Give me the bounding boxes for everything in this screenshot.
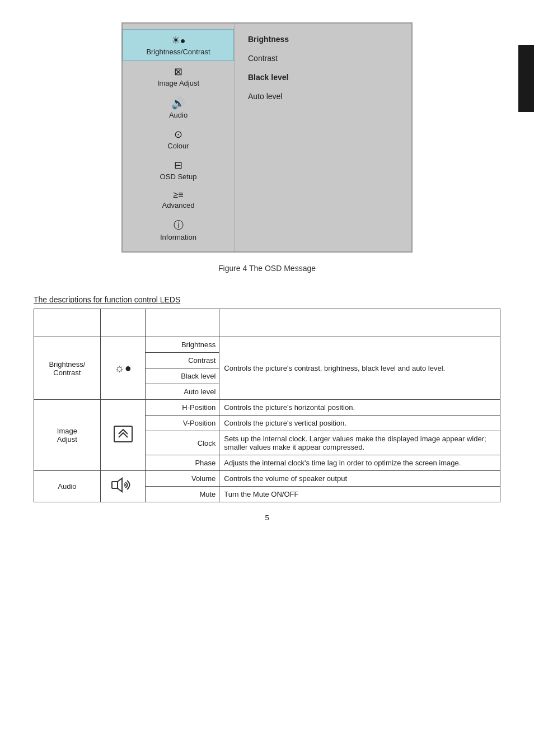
osd-option-contrast: Contrast [248,54,398,63]
table-row-hposition: ImageAdjust H-Position Controls the pict… [34,400,500,416]
image-adjust-icon: ⊠ [174,66,182,78]
image-adjust-table-icon [100,400,146,471]
header-col-3 [146,309,219,337]
group-label-brightness-contrast: Brightness/Contrast [34,337,101,400]
audio-icon: 🔊 [171,96,185,110]
osd-item-image-adjust[interactable]: ⊠ Image Adjust [123,61,234,92]
osd-diagram: ☀● Brightness/Contrast ⊠ Image Adjust 🔊 … [34,22,500,253]
osd-option-black-level: Black level [248,73,398,82]
header-col-2 [100,309,146,337]
desc-hposition: Controls the picture's horizontal positi… [219,400,500,416]
desc-phase: Adjusts the internal clock's time lag in… [219,455,500,471]
header-col-1 [34,309,101,337]
feature-clock: Clock [146,431,219,455]
desc-clock: Sets up the internal clock. Larger value… [219,431,500,455]
svg-marker-2 [118,478,122,492]
osd-option-auto-level: Auto level [248,92,398,101]
right-tab [518,45,534,112]
figure-caption: Figure 4 The OSD Message [34,264,500,273]
osd-setup-icon: ⊟ [174,159,182,171]
osd-item-audio-label: Audio [169,111,188,119]
brightness-contrast-table-icon: ☼● [100,337,146,400]
osd-item-osd-setup[interactable]: ⊟ OSD Setup [123,155,234,185]
group-label-image-adjust: ImageAdjust [34,400,101,471]
desc-vposition: Controls the picture's vertical position… [219,416,500,431]
brightness-contrast-icon: ☀● [171,34,186,46]
osd-item-advanced[interactable]: ≥≡ Advanced [123,185,234,214]
osd-item-brightness-contrast-label: Brightness/Contrast [146,48,210,56]
osd-menu-container: ☀● Brightness/Contrast ⊠ Image Adjust 🔊 … [121,22,413,253]
feature-volume: Volume [146,471,219,487]
osd-item-osd-setup-label: OSD Setup [160,172,197,181]
desc-volume: Controls the volume of speaker output [219,471,500,487]
feature-auto-level: Auto level [146,384,219,400]
desc-mute: Turn the Mute ON/OFF [219,487,500,502]
osd-item-image-adjust-label: Image Adjust [157,79,199,87]
colour-icon: ⊙ [174,128,182,141]
feature-mute: Mute [146,487,219,502]
function-table: Brightness/Contrast ☼● Brightness Contro… [34,309,500,502]
feature-black-level: Black level [146,368,219,384]
feature-hposition: H-Position [146,400,219,416]
group-label-audio: Audio [34,471,101,502]
osd-item-brightness-contrast[interactable]: ☀● Brightness/Contrast [123,29,234,61]
desc-brightness-contrast: Controls the picture's contrast, brightn… [219,337,500,400]
table-row-volume: Audio Volume Controls the volume of spea… [34,471,500,487]
header-col-4 [219,309,500,337]
osd-item-colour[interactable]: ⊙ Colour [123,124,234,155]
osd-item-advanced-label: Advanced [162,201,195,209]
feature-phase: Phase [146,455,219,471]
page-number: 5 [34,514,500,522]
osd-item-colour-label: Colour [167,142,189,150]
osd-item-audio[interactable]: 🔊 Audio [123,92,234,124]
osd-option-brightness: Brightness [248,35,398,44]
advanced-icon: ≥≡ [173,190,183,200]
osd-left-panel: ☀● Brightness/Contrast ⊠ Image Adjust 🔊 … [123,24,235,251]
svg-rect-1 [112,482,118,488]
svg-rect-0 [114,426,132,442]
osd-right-panel: Brightness Contrast Black level Auto lev… [235,24,411,251]
audio-table-icon [100,471,146,502]
feature-vposition: V-Position [146,416,219,431]
feature-contrast: Contrast [146,353,219,368]
table-row-brightness: Brightness/Contrast ☼● Brightness Contro… [34,337,500,353]
feature-brightness: Brightness [146,337,219,353]
table-section-title: The descriptions for function control LE… [34,295,500,304]
table-header-row [34,309,500,337]
osd-item-information-label: Information [160,233,196,241]
osd-item-information[interactable]: ⓘ Information [123,214,234,246]
audio-svg [111,476,135,494]
information-icon: ⓘ [174,218,184,232]
image-adjust-svg [112,424,134,444]
